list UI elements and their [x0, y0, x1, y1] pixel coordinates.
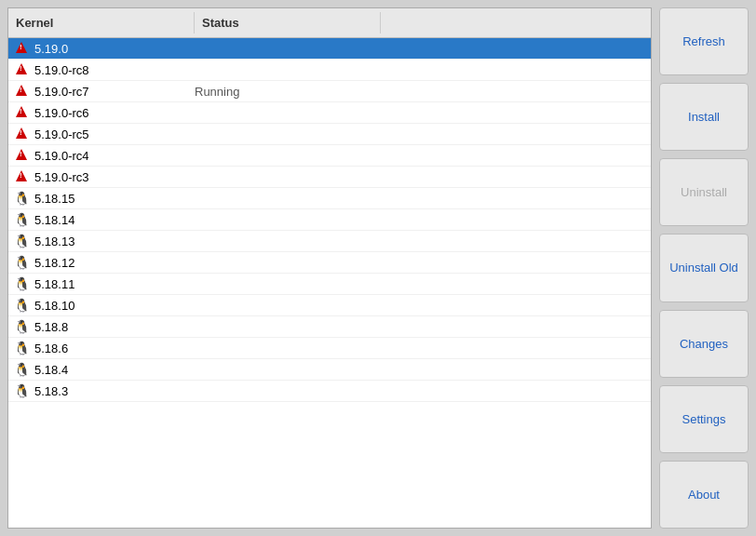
table-row[interactable]: 🐧5.18.14	[8, 209, 651, 231]
table-row[interactable]: !5.19.0-rc7Running	[8, 81, 651, 102]
table-row[interactable]: !5.19.0-rc5	[8, 124, 651, 145]
penguin-icon: 🐧	[8, 212, 34, 227]
table-row[interactable]: !5.19.0	[8, 38, 651, 60]
table-row[interactable]: 🐧5.18.4	[8, 359, 651, 381]
about-button[interactable]: About	[659, 461, 749, 529]
sidebar: Refresh Install Uninstall Uninstall Old …	[652, 0, 756, 536]
rc-warning-icon: !	[8, 105, 34, 120]
install-button[interactable]: Install	[659, 83, 749, 151]
penguin-icon: 🐧	[8, 234, 34, 248]
penguin-icon: 🐧	[8, 341, 34, 355]
penguin-icon: 🐧	[8, 255, 34, 270]
table-row[interactable]: 🐧5.18.6	[8, 338, 651, 359]
table-row[interactable]: !5.19.0-rc8	[8, 60, 651, 81]
refresh-button[interactable]: Refresh	[659, 7, 749, 75]
kernel-version: 5.18.15	[34, 192, 195, 206]
settings-button[interactable]: Settings	[659, 385, 749, 453]
kernel-version: 5.18.3	[34, 384, 195, 398]
kernel-column-header: Kernel	[8, 12, 195, 34]
table-row[interactable]: 🐧5.18.11	[8, 274, 651, 295]
kernel-version: 5.19.0-rc4	[34, 149, 195, 163]
kernel-version: 5.19.0-rc3	[34, 170, 195, 184]
kernel-version: 5.18.10	[34, 299, 195, 313]
kernel-list: !5.19.0!5.19.0-rc8!5.19.0-rc7Running!5.1…	[8, 38, 651, 528]
penguin-icon: 🐧	[8, 362, 34, 377]
rc-warning-icon: !	[8, 62, 34, 77]
rc-warning-icon: !	[8, 148, 34, 163]
kernel-version: 5.18.6	[34, 342, 195, 355]
penguin-icon: 🐧	[8, 276, 34, 291]
penguin-icon: 🐧	[8, 383, 34, 398]
table-row[interactable]: 🐧5.18.15	[8, 188, 651, 209]
penguin-icon: 🐧	[8, 298, 34, 313]
kernel-version: 5.19.0-rc6	[34, 106, 195, 120]
kernel-version: 5.18.8	[34, 320, 195, 334]
table-row[interactable]: 🐧5.18.13	[8, 231, 651, 252]
kernel-version: 5.18.12	[34, 256, 195, 270]
rc-warning-icon: !	[8, 84, 34, 99]
kernel-version: 5.18.11	[34, 277, 195, 291]
kernel-version: 5.18.4	[34, 363, 195, 377]
rc-warning-icon: !	[8, 169, 34, 184]
kernel-version: 5.19.0-rc8	[34, 63, 195, 77]
table-row[interactable]: !5.19.0-rc4	[8, 145, 651, 167]
uninstall-old-button[interactable]: Uninstall Old	[659, 234, 749, 302]
uninstall-button[interactable]: Uninstall	[659, 158, 749, 226]
penguin-icon: 🐧	[8, 319, 34, 334]
main-panel: Kernel Status !5.19.0!5.19.0-rc8!5.19.0-…	[7, 7, 652, 529]
table-row[interactable]: 🐧5.18.3	[8, 381, 651, 402]
kernel-version: 5.18.14	[34, 213, 195, 227]
kernel-version: 5.19.0	[34, 42, 195, 56]
table-header: Kernel Status	[8, 8, 651, 38]
changes-button[interactable]: Changes	[659, 310, 749, 378]
table-row[interactable]: 🐧5.18.10	[8, 295, 651, 316]
table-row[interactable]: 🐧5.18.12	[8, 252, 651, 274]
rc-warning-icon: !	[8, 41, 34, 56]
table-row[interactable]: 🐧5.18.8	[8, 316, 651, 338]
penguin-icon: 🐧	[8, 191, 34, 206]
kernel-version: 5.19.0-rc7	[34, 85, 195, 99]
kernel-version: 5.19.0-rc5	[34, 127, 195, 141]
kernel-version: 5.18.13	[34, 234, 195, 248]
table-row[interactable]: !5.19.0-rc3	[8, 167, 651, 188]
rc-warning-icon: !	[8, 127, 34, 141]
table-row[interactable]: !5.19.0-rc6	[8, 102, 651, 124]
kernel-status: Running	[195, 85, 381, 99]
status-column-header: Status	[195, 12, 381, 34]
